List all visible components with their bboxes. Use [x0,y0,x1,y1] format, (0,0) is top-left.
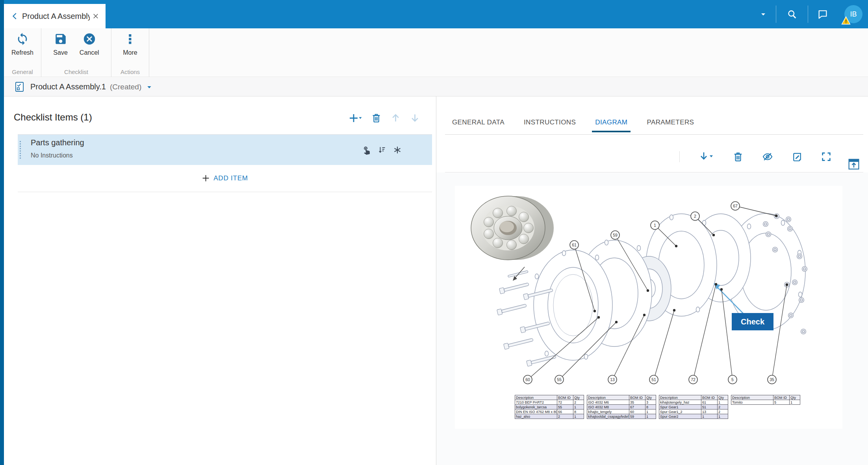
eye-off-icon[interactable] [762,151,773,162]
checklist-item-flags [362,135,402,165]
delete-icon[interactable] [371,113,382,123]
chevron-left-icon [11,12,19,20]
svg-text:2: 2 [694,214,696,219]
delete-icon[interactable] [733,151,744,162]
search-button[interactable] [776,0,808,28]
tab-diagram[interactable]: DIAGRAM [595,119,627,132]
chat-icon [817,9,828,20]
button-label: More [123,49,137,56]
checklist-icon [15,82,24,92]
svg-text:1: 1 [654,223,656,228]
edit-icon[interactable] [792,151,803,162]
svg-text:67: 67 [733,204,738,208]
hand-pointer-icon [362,145,371,155]
divider [679,151,680,162]
checklist-items-heading: Checklist Items (1) [14,112,92,123]
ribbon-group-checklist: Save Cancel Checklist [41,28,111,77]
tab-instructions[interactable]: INSTRUCTIONS [524,119,576,132]
avatar-initials: IB [850,10,857,19]
button-label: Refresh [11,49,33,56]
svg-text:51: 51 [651,377,656,382]
svg-text:55: 55 [557,377,562,382]
check-callout: Check [732,313,773,330]
checklist-item-title: Parts gathering [31,138,84,147]
ribbon-group-general: Refresh General [4,28,41,77]
svg-text:13: 13 [610,377,615,382]
back-button[interactable] [8,9,22,23]
document-tab[interactable]: Product A Assembly [4,4,106,28]
detail-tabs: GENERAL DATA INSTRUCTIONS DIAGRAM PARAME… [452,119,694,132]
chevron-down-icon[interactable] [146,84,152,90]
fullscreen-icon[interactable] [821,151,832,162]
svg-text:!: ! [845,19,847,24]
gearbox-parts [534,213,805,360]
exploded-view-drawing: 615912676055135172535 [455,186,842,429]
svg-text:61: 61 [572,243,577,247]
ribbon-group-label: Checklist [41,66,111,75]
messages-button[interactable] [808,0,837,28]
sync-icon [16,32,29,46]
cancel-button[interactable]: Cancel [80,32,99,66]
ribbon-toolbar: Refresh General Save Cancel Checklist [0,28,868,77]
button-label: Save [53,49,67,56]
tab-parameters[interactable]: PARAMETERS [647,119,694,132]
drag-handle-icon[interactable] [20,141,21,159]
bearing-photo [471,196,554,260]
diagram-toolbar [679,151,832,162]
svg-text:5: 5 [731,377,734,382]
checklist-item-row[interactable]: Parts gathering No Instructions [18,134,432,165]
plus-icon [202,174,210,182]
sort-order-icon [377,145,387,155]
breadcrumb-bar: Product A Assembly.1 (Created) [0,78,868,96]
more-vertical-icon [123,32,137,46]
svg-text:60: 60 [525,377,530,382]
close-tab-button[interactable] [90,10,102,22]
move-down-icon[interactable] [410,113,420,123]
checklist-item-subtitle: No Instructions [31,152,73,159]
search-icon [786,9,798,20]
top-bar-actions: IB ! [751,0,862,28]
more-button[interactable]: More [123,32,137,66]
save-button[interactable]: Save [53,32,67,66]
diagram-canvas: 615912676055135172535 DescriptionBOM IDQ… [436,172,868,465]
chevron-down-icon [759,10,767,18]
close-icon [92,13,99,20]
move-up-icon[interactable] [390,113,401,123]
avatar[interactable]: IB ! [844,5,862,23]
refresh-button[interactable]: Refresh [11,32,33,66]
add-icon[interactable] [349,113,362,123]
app-edge-strip [0,0,4,465]
save-icon [54,32,67,46]
app-top-bar: Product A Assembly IB ! [0,0,868,28]
document-tab-title: Product A Assembly [22,12,90,21]
status-badge: (Created) [110,83,141,91]
ribbon-group-label: Actions [111,66,149,75]
asterisk-icon [393,146,402,154]
panel-up-icon[interactable] [848,159,859,170]
cancel-icon [83,32,96,46]
tab-general-data[interactable]: GENERAL DATA [452,119,504,132]
tabs-underline [445,134,863,135]
ribbon-group-actions: More Actions [111,28,149,77]
assembly-diagram-image: 615912676055135172535 DescriptionBOM IDQ… [455,186,842,429]
add-item-button[interactable]: ADD ITEM [18,165,432,192]
svg-text:35: 35 [770,377,774,382]
warning-triangle-icon: ! [841,16,851,25]
workspace-dropdown-button[interactable] [751,0,776,28]
download-icon[interactable] [699,151,714,162]
svg-text:59: 59 [613,233,618,237]
ribbon-group-label: General [4,66,41,75]
checklist-toolbar [349,113,420,123]
button-label: Cancel [80,49,99,56]
add-item-label: ADD ITEM [213,174,248,182]
breadcrumb-title: Product A Assembly.1 [30,82,106,91]
svg-text:72: 72 [691,377,696,382]
